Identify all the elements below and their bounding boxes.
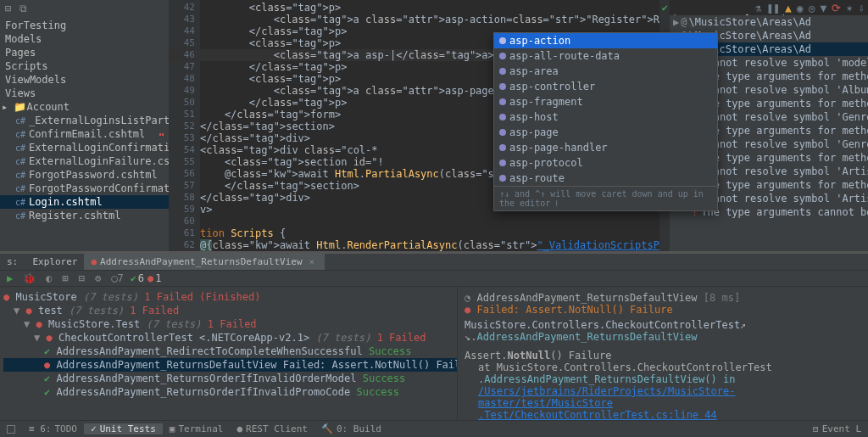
test-node[interactable]: ▼ ● MusicStore.Test (7 tests) 1 Failed <box>3 317 457 331</box>
eye-off-icon[interactable]: ◉ <box>797 2 804 14</box>
project-tree: ForTesting Models Pages Scripts ViewMode… <box>0 17 169 222</box>
settings2-icon[interactable]: ⚙ <box>92 271 104 286</box>
file-item[interactable]: c#ExternalLoginConfirmation.c <box>0 141 169 154</box>
completion-item[interactable]: asp-all-route-data <box>494 48 717 64</box>
completion-item[interactable]: asp-page-handler <box>494 140 717 155</box>
copy-icon[interactable]: ⧉ <box>19 3 27 14</box>
completion-item[interactable]: asp-protocol <box>494 155 717 171</box>
status-terminal[interactable]: ▣ Terminal <box>163 423 231 434</box>
tool-window-icon[interactable] <box>7 425 15 434</box>
collapse-icon[interactable]: ⊟ <box>5 3 11 14</box>
file-item[interactable]: c#ForgotPasswordConfirmatic <box>0 182 169 195</box>
completion-item[interactable]: asp-area <box>494 64 717 79</box>
run-icon[interactable]: ▶ <box>3 271 16 286</box>
folder-pages[interactable]: Pages <box>0 46 169 59</box>
flask-icon[interactable]: ⚗ <box>755 2 762 14</box>
download-icon[interactable]: ⇩ <box>858 2 865 14</box>
folder-views[interactable]: Views <box>0 87 169 100</box>
file-item[interactable]: c#ExternalLoginFailure.cshtm <box>0 154 169 168</box>
tab-explorer[interactable]: s: Explorer <box>0 254 84 270</box>
status-build[interactable]: 🔨 0: Build <box>314 423 388 434</box>
tab-test-session[interactable]: ●AddressAndPayment_ReturnsDefaultView × <box>84 254 325 270</box>
tests-tabs: s: Explorer ●AddressAndPayment_ReturnsDe… <box>0 254 868 271</box>
completion-popup[interactable]: asp-actionasp-all-route-dataasp-areaasp-… <box>493 32 718 211</box>
file-item[interactable]: c#ForgotPassword.cshtml <box>0 168 169 182</box>
file-item-selected[interactable]: c#Login.cshtml <box>0 195 169 209</box>
pause-icon[interactable]: ❚❚ <box>766 2 780 14</box>
filter2-icon[interactable]: ◯7 <box>108 271 126 286</box>
coverage-icon[interactable]: ◐ <box>42 271 55 286</box>
folder-fortesting[interactable]: ForTesting <box>0 19 169 32</box>
file-item[interactable]: c#Register.cshtml <box>0 209 169 222</box>
unit-tests-panel: s: Explorer ●AddressAndPayment_ReturnsDe… <box>0 254 868 420</box>
folder-scripts[interactable]: Scripts <box>0 59 169 73</box>
test-node[interactable]: ● MusicStore (7 tests) 1 Failed (Finishe… <box>3 290 457 304</box>
status-eventlog[interactable]: ⊟ Event L <box>806 423 868 434</box>
line-gutter: 4243444546474849505152535455565758596061… <box>170 0 200 251</box>
status-bar: ≡ 6: TODO ✓ Unit Tests ▣ Terminal ● REST… <box>0 420 868 437</box>
warning-icon[interactable]: ▲ <box>785 2 792 14</box>
file-item[interactable]: c#_ExternalLoginsListPartial.c <box>0 114 169 127</box>
fail-count: ●1 <box>147 272 161 284</box>
check-icon: ✔ <box>662 2 668 14</box>
status-rest[interactable]: ● REST Client <box>230 423 314 434</box>
status-unit-tests[interactable]: ✓ Unit Tests <box>84 423 163 434</box>
test-node[interactable]: ✔ AddressAndPayment_RedirectToCompleteWh… <box>3 345 457 358</box>
completion-item[interactable]: asp-host <box>494 109 717 125</box>
completion-item[interactable]: asp-fragment <box>494 94 717 109</box>
test-node[interactable]: ✔ AddressAndPayment_ReturnsOrderIfInvali… <box>3 372 457 385</box>
completion-item[interactable]: asp-action <box>494 33 717 48</box>
folder-models[interactable]: Models <box>0 32 169 46</box>
close-tab-icon[interactable]: × <box>306 256 319 267</box>
project-panel: ⊟ ⧉ ForTesting Models Pages Scripts View… <box>0 0 170 251</box>
collapse2-icon[interactable]: ⊟ <box>75 271 88 286</box>
filter-icon[interactable]: ▼ <box>821 2 827 14</box>
error-group[interactable]: ▶@\MusicStore\Areas\Ad <box>670 15 868 29</box>
debug-icon[interactable]: 🐞 <box>19 271 39 286</box>
file-item[interactable]: c#ConfirmEmail.cshtml <box>0 127 169 141</box>
test-node[interactable]: ✔ AddressAndPayment_ReturnsOrderIfInvali… <box>3 385 457 399</box>
completion-item[interactable]: asp-page <box>494 125 717 140</box>
test-node[interactable]: ▼ ● test (7 tests) 1 Failed <box>3 304 457 317</box>
pass-count: ✔6 <box>131 272 144 284</box>
expand-icon[interactable]: ⊞ <box>58 271 71 286</box>
completion-item[interactable]: asp-controller <box>494 79 717 94</box>
test-node[interactable]: ▼ ● CheckoutControllerTest <.NETCoreApp-… <box>3 331 457 345</box>
status-todo[interactable]: ≡ 6: TODO <box>22 423 84 434</box>
completion-hint: ↑↓ and ^↑ will move caret down and up in… <box>494 186 717 210</box>
completion-item[interactable]: asp-route <box>494 171 717 186</box>
test-node[interactable]: ● AddressAndPayment_ReturnsDefaultView F… <box>3 358 457 372</box>
folder-viewmodels[interactable]: ViewModels <box>0 73 169 87</box>
folder-account[interactable]: ▸ 📁 Account <box>0 100 169 114</box>
refresh-icon[interactable]: ⟳ <box>832 2 841 14</box>
tests-output: ◔ AddressAndPayment_ReturnsDefaultView [… <box>458 287 868 426</box>
tests-toolbar: ▶ 🐞 ◐ ⊞ ⊟ ⚙ ◯7 ✔6 ●1 <box>0 271 868 287</box>
tests-tree: ● MusicStore (7 tests) 1 Failed (Finishe… <box>0 287 458 426</box>
settings-icon[interactable]: ✶ <box>846 2 853 14</box>
eye-icon[interactable]: ◎ <box>809 2 815 14</box>
